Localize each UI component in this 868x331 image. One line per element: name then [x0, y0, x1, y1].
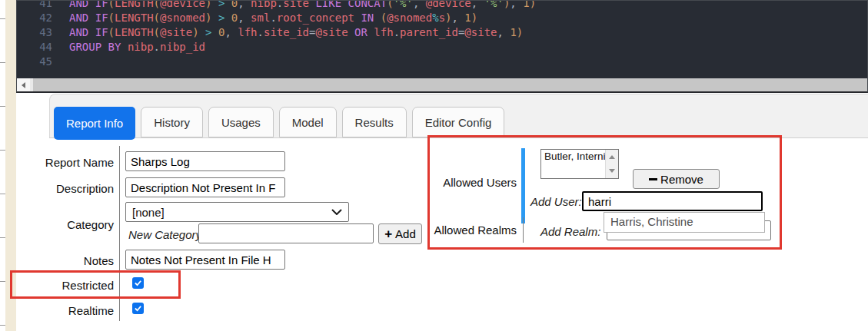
add-user-input[interactable]	[582, 191, 763, 211]
add-user-label: Add User:	[530, 195, 582, 208]
allowed-realms-label: Allowed Realms	[434, 223, 517, 237]
scroll-down-icon	[609, 169, 615, 176]
description-label: Description	[56, 182, 114, 195]
tab-bar: Report Info History Usages Model Results…	[54, 107, 504, 137]
check-icon	[134, 279, 142, 287]
user-suggestion-item[interactable]: Harris, Christine	[604, 212, 765, 233]
report-name-label: Report Name	[45, 156, 114, 169]
scroll-up-icon	[609, 152, 615, 159]
scroll-left-icon	[18, 82, 25, 88]
chevron-down-icon	[331, 209, 342, 215]
tab-results[interactable]: Results	[342, 107, 407, 137]
category-select[interactable]: [none]	[125, 202, 349, 222]
description-input[interactable]	[125, 177, 285, 197]
code-line: 45	[17, 55, 867, 69]
scroll-up-button[interactable]	[606, 150, 618, 164]
listbox-scrollbar[interactable]	[605, 150, 618, 178]
tab-editor-config[interactable]: Editor Config	[412, 107, 505, 137]
tab-report-info[interactable]: Report Info	[54, 107, 135, 140]
notes-label: Notes	[84, 254, 114, 267]
add-realm-label: Add Realm:	[540, 225, 600, 238]
new-category-input[interactable]	[198, 223, 374, 243]
minus-icon	[649, 178, 657, 180]
allowed-users-listbox[interactable]: Butler, Internist	[540, 149, 619, 179]
restricted-checkbox[interactable]	[132, 277, 144, 289]
scroll-down-button[interactable]	[606, 164, 618, 179]
scrollbar-thumb[interactable]	[33, 78, 867, 91]
editor-horizontal-scrollbar[interactable]	[17, 78, 867, 91]
realtime-label: Realtime	[68, 304, 114, 317]
code-line: 41AND IF(LENGTH(@device) > 0, nibp.site …	[17, 0, 867, 11]
tab-history[interactable]: History	[141, 107, 203, 137]
code-line: 44GROUP BY nibp.nibp_id	[17, 40, 867, 55]
notes-input[interactable]	[125, 250, 285, 270]
check-icon	[134, 304, 142, 313]
realtime-checkbox[interactable]	[132, 303, 144, 314]
report-name-input[interactable]	[125, 151, 285, 171]
tab-strip-divider	[49, 137, 868, 138]
left-margin	[5, 0, 16, 331]
code-line: 42AND IF(LENGTH(@snomed) > 0, sml.root_c…	[17, 11, 867, 25]
plus-icon: +	[384, 227, 392, 240]
tab-model[interactable]: Model	[279, 107, 337, 137]
remove-user-button[interactable]: Remove	[633, 169, 720, 189]
realms-column-divider	[523, 217, 524, 243]
category-label: Category	[67, 218, 114, 231]
restricted-label: Restricted	[62, 279, 114, 292]
code-lines: 41AND IF(LENGTH(@device) > 0, nibp.site …	[17, 0, 867, 69]
form-column-divider	[119, 146, 120, 321]
category-selected-value: [none]	[132, 206, 165, 219]
tab-usages[interactable]: Usages	[208, 107, 274, 137]
allowed-users-label: Allowed Users	[443, 176, 517, 189]
allowed-users-accent-bar	[521, 148, 525, 223]
ruler-strip	[0, 0, 5, 331]
new-category-label: New Category:	[128, 228, 205, 241]
add-category-button[interactable]: +Add	[378, 223, 422, 244]
code-line: 43AND IF(LENGTH(@site) > 0, lfh.site_id=…	[17, 25, 867, 40]
sql-editor[interactable]: 41AND IF(LENGTH(@device) > 0, nibp.site …	[16, 0, 868, 93]
scroll-left-button[interactable]	[17, 78, 30, 91]
